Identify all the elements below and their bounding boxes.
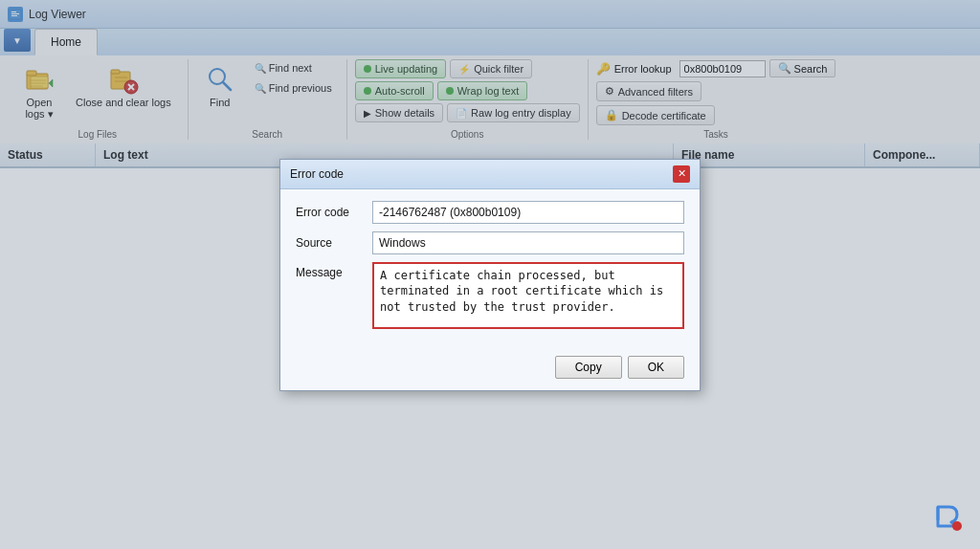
source-field[interactable] bbox=[372, 231, 684, 254]
close-icon: ✕ bbox=[678, 167, 686, 180]
dialog-title: Error code bbox=[290, 167, 344, 181]
message-label: Message bbox=[296, 262, 372, 279]
ok-button[interactable]: OK bbox=[628, 356, 684, 379]
dialog-body: Error code Source Message A certificate … bbox=[280, 189, 700, 348]
error-code-label: Error code bbox=[296, 206, 372, 219]
dialog-titlebar: Error code ✕ bbox=[280, 160, 700, 189]
message-field[interactable]: A certificate chain processed, but termi… bbox=[372, 262, 684, 329]
svg-point-20 bbox=[952, 521, 962, 531]
message-row: Message A certificate chain processed, b… bbox=[296, 262, 684, 329]
error-code-row: Error code bbox=[296, 201, 684, 224]
source-row: Source bbox=[296, 231, 684, 254]
source-label: Source bbox=[296, 236, 372, 250]
error-code-dialog: Error code ✕ Error code Source Message A… bbox=[279, 159, 701, 391]
error-code-field[interactable] bbox=[372, 201, 684, 224]
copy-button[interactable]: Copy bbox=[555, 356, 622, 379]
watermark-logo bbox=[930, 499, 965, 534]
modal-overlay: Error code ✕ Error code Source Message A… bbox=[0, 0, 980, 549]
dialog-footer: Copy OK bbox=[280, 348, 700, 390]
dialog-close-button[interactable]: ✕ bbox=[673, 165, 690, 183]
